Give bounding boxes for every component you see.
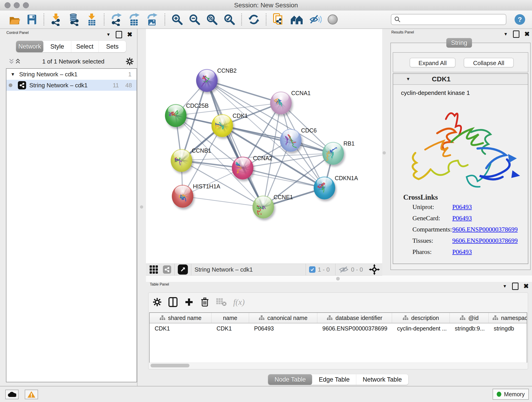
table-cell[interactable]: CDK1 [211, 323, 249, 333]
crosslink-link[interactable]: P06493 [452, 215, 472, 222]
open-in-window-icon[interactable] [178, 264, 188, 274]
import-database-button[interactable] [68, 13, 80, 26]
table-cell[interactable]: CDK1 [150, 323, 211, 333]
table-hscrollbar[interactable] [149, 363, 527, 368]
graph-node-cdkn1a[interactable] [314, 177, 335, 199]
gear-icon[interactable] [126, 57, 134, 65]
collapse-triangle-icon[interactable]: ▼ [11, 72, 15, 77]
panel-menu-icon[interactable]: ▼ [106, 32, 111, 37]
collapse-all-button[interactable]: Collapse All [464, 58, 514, 67]
column-header-database-identifier[interactable]: database identifier [317, 313, 392, 323]
table-cell[interactable]: P06493 [249, 323, 317, 333]
close-panel-icon[interactable]: ✖ [524, 282, 529, 290]
tab-style[interactable]: Style [44, 41, 71, 52]
table-row[interactable]: CDK1CDK1P064939606.ENSP00000378699cyclin… [150, 323, 527, 333]
save-session-button[interactable] [26, 13, 37, 26]
graph-node-ccnb1[interactable] [171, 149, 192, 172]
import-network-button[interactable] [51, 13, 62, 26]
table-settings-gear-icon[interactable] [152, 298, 162, 307]
network-share-toggle-icon[interactable] [163, 265, 171, 274]
column-header-at-id[interactable]: @id [450, 313, 489, 323]
panel-menu-icon[interactable]: ▼ [504, 32, 508, 37]
hide-glasses-button[interactable] [309, 14, 322, 25]
help-button[interactable]: ? [515, 14, 525, 25]
float-panel-icon[interactable] [513, 31, 519, 38]
table-cell[interactable]: stringdb [489, 323, 527, 333]
minimize-window-button[interactable] [14, 2, 20, 8]
float-panel-icon[interactable] [116, 31, 122, 38]
memory-button[interactable]: Memory [493, 389, 529, 400]
tab-sets[interactable]: Sets [99, 41, 126, 52]
close-panel-icon[interactable]: ✖ [525, 30, 530, 38]
close-window-button[interactable] [5, 2, 11, 8]
export-network-button[interactable] [111, 13, 123, 26]
expand-all-button[interactable]: Expand All [410, 58, 456, 67]
table-cell[interactable]: cyclin-dependent ... [392, 323, 450, 333]
column-header-name[interactable]: name [211, 313, 249, 323]
tab-string[interactable]: String [446, 38, 472, 48]
graph-node-cdc6[interactable] [280, 129, 302, 152]
left-splitter-handle[interactable] [140, 205, 143, 209]
column-header-shared-name[interactable]: shared name [150, 313, 211, 323]
table-cell[interactable]: 9606.ENSP00000378699 [317, 323, 392, 333]
tab-edge-table[interactable]: Edge Table [312, 374, 356, 385]
warnings-button[interactable] [25, 390, 38, 399]
zoom-in-button[interactable] [171, 14, 183, 25]
graph-node-hist1h1a[interactable] [172, 185, 193, 208]
crosslink-link[interactable]: 9606.ENSP00000378699 [452, 237, 518, 244]
expand-all-chevrons-icon[interactable] [8, 58, 15, 65]
network-canvas[interactable]: CCNB2CCNA1CDC25BCDK1CDC6RB1CCNB1CCNA2CDK… [146, 29, 382, 264]
node-card-header[interactable]: ▼ CDK1 [393, 74, 528, 85]
crosslink-link[interactable]: P06493 [452, 203, 472, 211]
open-session-button[interactable] [8, 13, 20, 26]
export-image-button[interactable] [146, 13, 158, 26]
graph-node-ccne1[interactable] [253, 196, 274, 218]
right-splitter-handle[interactable] [383, 151, 386, 154]
add-column-plus-icon[interactable] [184, 297, 194, 307]
search-input[interactable] [403, 15, 506, 24]
zoom-window-button[interactable] [23, 2, 29, 8]
crosslink-link[interactable]: P06493 [452, 248, 472, 255]
show-columns-icon[interactable] [168, 297, 178, 307]
collapse-triangle-icon[interactable]: ▼ [406, 77, 410, 82]
scrollbar-thumb[interactable] [151, 364, 190, 367]
selected-checkbox-icon[interactable] [309, 266, 316, 273]
graph-node-ccna1[interactable] [270, 91, 292, 114]
fit-selected-crosshair-icon[interactable] [369, 264, 380, 275]
home-button[interactable] [290, 14, 303, 25]
search-field[interactable] [391, 14, 506, 25]
close-panel-icon[interactable]: ✖ [127, 31, 133, 38]
birds-eye-grid-icon[interactable] [149, 265, 158, 274]
tab-network-table[interactable]: Network Table [356, 374, 408, 385]
crosslink-link[interactable]: 9606.ENSP00000378699 [452, 226, 518, 233]
eye-orb-button[interactable] [328, 14, 338, 25]
share-document-button[interactable] [273, 13, 284, 26]
panel-menu-icon[interactable]: ▼ [503, 284, 507, 289]
graph-node-cdk1[interactable] [211, 114, 233, 137]
graph-node-ccna2[interactable] [232, 157, 253, 179]
zoom-selected-button[interactable] [224, 14, 235, 25]
tab-network[interactable]: Network [16, 41, 44, 52]
zoom-fit-button[interactable] [206, 14, 218, 25]
zoom-out-button[interactable] [189, 14, 200, 25]
horizontal-splitter[interactable] [146, 275, 532, 282]
refresh-button[interactable] [248, 14, 260, 25]
export-table-button[interactable] [128, 13, 140, 26]
network-row-selected[interactable]: String Network – cdk1 11 48 [6, 80, 137, 91]
column-header-canonical-name[interactable]: canonical name [249, 313, 317, 323]
node-table[interactable]: shared namenamecanonical namedatabase id… [149, 313, 527, 364]
tab-node-table[interactable]: Node Table [268, 374, 312, 385]
float-panel-icon[interactable] [512, 283, 519, 290]
tab-select[interactable]: Select [71, 41, 99, 52]
graph-node-ccnb2[interactable] [196, 69, 218, 92]
table-cell[interactable]: stringdb:9... [450, 323, 489, 333]
collapse-all-chevrons-icon[interactable] [15, 58, 21, 65]
column-header-description[interactable]: description [392, 313, 450, 323]
graph-node-cdc25b[interactable] [165, 104, 186, 127]
import-table-button[interactable] [86, 13, 98, 26]
delete-trash-icon[interactable] [200, 297, 209, 307]
column-header-namespace[interactable]: namespace [489, 313, 527, 323]
cloud-button[interactable] [5, 390, 19, 399]
network-collection-row[interactable]: ▼ String Network – cdk1 1 [6, 69, 137, 80]
graph-node-rb1[interactable] [322, 142, 344, 165]
